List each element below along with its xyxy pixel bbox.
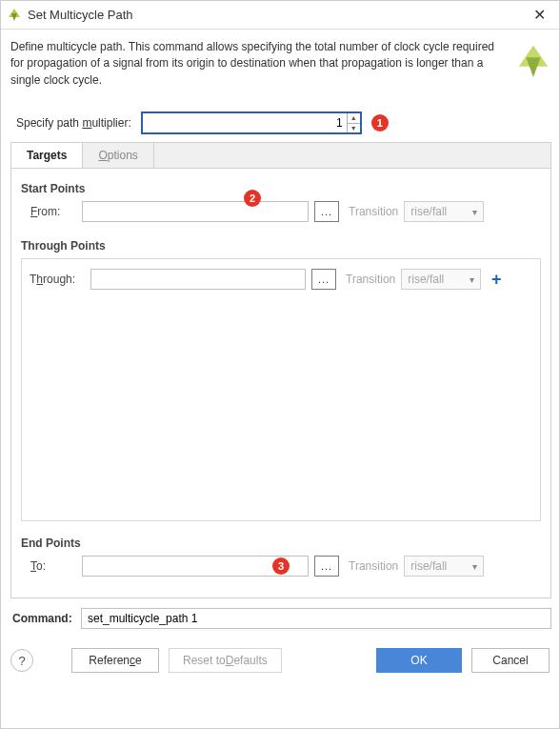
to-transition-select[interactable]: rise/fall▾ bbox=[404, 556, 484, 577]
through-points-box: Through: ... Transition rise/fall▾ + bbox=[21, 258, 541, 521]
from-label: From: bbox=[21, 205, 76, 218]
spinner-up-button[interactable]: ▲ bbox=[348, 113, 360, 123]
multiplier-label: Specify path multiplier: bbox=[16, 116, 131, 130]
from-input[interactable] bbox=[82, 201, 309, 222]
through-input[interactable] bbox=[90, 269, 306, 290]
cancel-button[interactable]: Cancel bbox=[471, 648, 550, 673]
add-through-button[interactable]: + bbox=[487, 270, 506, 289]
to-transition-label: Transition bbox=[349, 559, 398, 573]
through-browse-button[interactable]: ... bbox=[311, 269, 336, 290]
through-points-heading: Through Points bbox=[21, 239, 541, 253]
command-output[interactable] bbox=[81, 608, 551, 629]
brand-logo-icon bbox=[515, 43, 551, 79]
multiplier-input[interactable] bbox=[143, 113, 347, 132]
to-browse-button[interactable]: ... bbox=[314, 556, 339, 577]
tab-options[interactable]: Options bbox=[83, 143, 153, 168]
from-transition-label: Transition bbox=[349, 205, 398, 218]
close-button[interactable]: ✕ bbox=[525, 6, 553, 24]
window-title: Set Multicycle Path bbox=[28, 8, 133, 22]
ok-button[interactable]: OK bbox=[376, 648, 462, 673]
to-label: To: bbox=[21, 559, 76, 573]
reset-defaults-button[interactable]: Reset to Defaults bbox=[169, 648, 282, 673]
svg-marker-3 bbox=[526, 57, 540, 77]
dialog-footer: ? Reference Reset to Defaults OK Cancel bbox=[1, 640, 559, 682]
chevron-down-icon: ▾ bbox=[472, 561, 477, 572]
from-transition-select[interactable]: rise/fall▾ bbox=[404, 201, 484, 222]
chevron-down-icon: ▾ bbox=[472, 207, 477, 217]
tab-targets[interactable]: Targets bbox=[11, 143, 83, 168]
through-transition-label: Transition bbox=[346, 273, 395, 286]
command-label: Command: bbox=[12, 612, 75, 625]
multiplier-spinner[interactable]: ▲ ▼ bbox=[141, 111, 362, 134]
start-points-heading: Start Points bbox=[21, 182, 541, 195]
spinner-down-button[interactable]: ▼ bbox=[348, 123, 360, 133]
tab-strip: Targets Options bbox=[10, 142, 551, 168]
tab-body-targets: Start Points From: 2 ... Transition rise… bbox=[10, 168, 551, 598]
reference-button[interactable]: Reference bbox=[71, 648, 159, 673]
chevron-down-icon: ▾ bbox=[470, 274, 474, 285]
description-text: Define multicycle path. This command all… bbox=[10, 39, 508, 89]
through-transition-select[interactable]: rise/fall▾ bbox=[401, 269, 481, 290]
title-bar: Set Multicycle Path ✕ bbox=[1, 1, 559, 30]
help-button[interactable]: ? bbox=[10, 649, 33, 672]
callout-1: 1 bbox=[371, 114, 389, 132]
app-icon bbox=[7, 8, 22, 23]
from-browse-button[interactable]: ... bbox=[314, 201, 339, 222]
through-label: Through: bbox=[30, 273, 85, 286]
end-points-heading: End Points bbox=[21, 537, 541, 550]
